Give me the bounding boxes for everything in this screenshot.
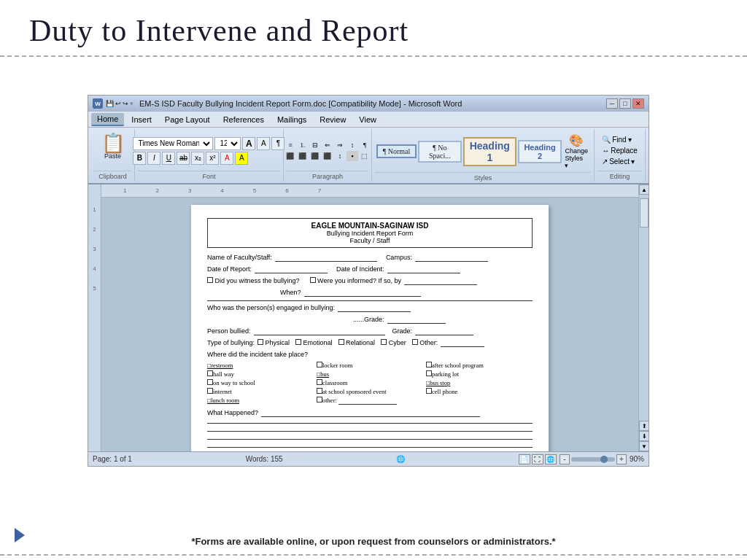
title-bar: W 💾 ↩ ↪ ▾ EM-S ISD Faculty Bullying Inci… (88, 96, 649, 112)
scroll-thumb[interactable] (640, 198, 649, 228)
minimize-button[interactable]: ─ (606, 98, 618, 109)
zoom-out-button[interactable]: - (560, 454, 570, 464)
word-count: Words: 155 (246, 455, 283, 463)
date-row: Date of Report: Date of Incident: (207, 265, 533, 273)
numbering-button[interactable]: 1. (297, 140, 309, 150)
bottom-divider (0, 554, 747, 556)
ribbon-group-styles: ¶ Normal ¶ No Spaci... Heading 1 Heading… (372, 129, 595, 182)
line-spacing-button[interactable]: ↕ (334, 151, 346, 161)
scroll-page-up-button[interactable]: ⬆ (639, 421, 649, 431)
menu-review[interactable]: Review (314, 114, 352, 125)
change-styles-button[interactable]: 🎨 Change Styles ▾ (563, 132, 589, 171)
word-window: W 💾 ↩ ↪ ▾ EM-S ISD Faculty Bullying Inci… (88, 95, 649, 467)
bottom-caption: *Forms are available online, or upon req… (0, 536, 747, 547)
status-bar: Page: 1 of 1 Words: 155 🌐 📄 ⛶ 🌐 - + 90% (88, 451, 649, 466)
font-size-select[interactable]: 12 (214, 137, 241, 150)
find-button[interactable]: 🔍Find▾ (600, 135, 640, 144)
view-buttons: 📄 ⛶ 🌐 (519, 454, 557, 464)
text-color-button[interactable]: A (220, 152, 233, 165)
ribbon-group-paragraph: ≡ 1. ⊟ ⇐ ⇒ ↕ ¶ ⬛ ⬛ ⬛ ⬛ ↕ ▪ (284, 129, 372, 182)
underline-button[interactable]: U (162, 152, 175, 165)
strikethrough-button[interactable]: ab (177, 152, 190, 165)
zoom-slider[interactable] (571, 457, 615, 462)
close-button[interactable]: ✕ (632, 98, 644, 109)
grade-row: ......Grade: (207, 316, 533, 324)
form-header: EAGLE MOUNTAIN-SAGINAW ISD Bullying Inci… (207, 218, 533, 248)
menu-home[interactable]: Home (91, 113, 124, 126)
clipboard-label: Clipboard (94, 171, 131, 180)
maximize-button[interactable]: □ (619, 98, 631, 109)
menu-bar: Home Insert Page Layout References Maili… (88, 112, 649, 128)
what-happened-row: What Happened? (207, 409, 533, 417)
style-heading1-button[interactable]: Heading 1 (463, 137, 516, 166)
menu-references[interactable]: References (217, 114, 270, 125)
decrease-indent-button[interactable]: ⇐ (322, 140, 333, 150)
bullied-row: Person bullied: Grade: (207, 327, 533, 335)
locations-grid: □restroom locker room after school progr… (207, 362, 533, 405)
horizontal-ruler: 1 2 3 4 5 6 7 (101, 184, 638, 198)
show-formatting-button[interactable]: ¶ (359, 140, 371, 150)
align-center-button[interactable]: ⬛ (297, 151, 309, 161)
shading-button[interactable]: ▪ (347, 151, 358, 161)
bold-button[interactable]: B (133, 152, 146, 165)
page-count: Page: 1 of 1 (93, 455, 132, 463)
ribbon-group-editing: 🔍Find▾ ↔Replace ↗Select▾ Editing (595, 129, 646, 182)
superscript-button[interactable]: x² (206, 152, 219, 165)
bullets-button[interactable]: ≡ (285, 140, 296, 150)
font-name-select[interactable]: Times New Roman (133, 137, 213, 150)
scroll-up-button[interactable]: ▲ (639, 184, 649, 195)
document-page: EAGLE MOUNTAIN-SAGINAW ISD Bullying Inci… (191, 205, 549, 451)
multilevel-button[interactable]: ⊟ (309, 140, 321, 150)
shrink-font-button[interactable]: A (257, 137, 270, 150)
subscript-button[interactable]: x₂ (191, 152, 204, 165)
grow-font-button[interactable]: A (242, 137, 255, 150)
document-area: 12345 1 2 3 4 5 6 7 EAGLE MOUNTAIN-SAGIN… (88, 184, 649, 451)
justify-button[interactable]: ⬛ (322, 151, 333, 161)
slide-title: Duty to Intervene and Report (0, 0, 747, 57)
scroll-page-down-button[interactable]: ⬇ (639, 431, 649, 441)
align-left-button[interactable]: ⬛ (285, 151, 296, 161)
title-bar-text: EM-S ISD Faculty Bullying Incident Repor… (139, 99, 462, 108)
who-row: Who was the person(s) engaged in bullyin… (207, 304, 533, 312)
scrollbar-right: ▲ ⬆ ⬇ ▼ (638, 184, 649, 451)
when-row: When? (207, 289, 533, 297)
full-screen-button[interactable]: ⛶ (532, 454, 543, 464)
font-label: Font (138, 171, 280, 180)
style-heading2-button[interactable]: Heading 2 (518, 140, 562, 163)
print-view-button[interactable]: 📄 (519, 454, 530, 464)
highlight-button[interactable]: A (235, 152, 248, 165)
menu-mailings[interactable]: Mailings (271, 114, 312, 125)
web-view-button[interactable]: 🌐 (545, 454, 557, 464)
menu-pagelayout[interactable]: Page Layout (159, 114, 216, 125)
name-campus-row: Name of Faculty/Staff: Campus: (207, 254, 533, 262)
scroll-track (639, 195, 649, 421)
quick-access-bar: 💾 ↩ ↪ ▾ (106, 100, 133, 107)
sort-button[interactable]: ↕ (347, 140, 358, 150)
vertical-ruler: 12345 (88, 184, 101, 451)
language-icon: 🌐 (396, 455, 405, 463)
menu-view[interactable]: View (353, 114, 382, 125)
style-nospacing-button[interactable]: ¶ No Spaci... (418, 141, 462, 163)
word-icon: W (93, 98, 103, 109)
increase-indent-button[interactable]: ⇒ (334, 140, 346, 150)
paste-button[interactable]: 📋 Paste (96, 131, 131, 163)
paragraph-label: Paragraph (287, 171, 368, 180)
borders-button[interactable]: ⬚ (359, 151, 371, 161)
style-normal-button[interactable]: ¶ Normal (376, 144, 417, 158)
zoom-in-button[interactable]: + (616, 454, 627, 464)
ribbon-group-font: Times New Roman 12 A A ¶ B I U ab (135, 129, 284, 182)
scroll-down-button[interactable]: ▼ (639, 441, 649, 451)
italic-button[interactable]: I (147, 152, 160, 165)
witness-row: Did you witness the bullying? Were you i… (207, 277, 533, 285)
type-row: Type of bullying: Physical Emotional Rel… (207, 339, 533, 347)
align-right-button[interactable]: ⬛ (309, 151, 321, 161)
replace-button[interactable]: ↔Replace (600, 146, 640, 155)
select-button[interactable]: ↗Select▾ (600, 157, 640, 166)
zoom-level: 90% (630, 455, 644, 463)
menu-insert[interactable]: Insert (125, 114, 158, 125)
ribbon: 📋 Paste Clipboard Times New Roman 12 (88, 128, 649, 184)
where-label: Where did the incident take place? (207, 351, 533, 358)
nav-arrow[interactable] (15, 528, 25, 542)
styles-label: Styles (375, 172, 591, 182)
ribbon-group-clipboard: 📋 Paste Clipboard (91, 129, 135, 182)
